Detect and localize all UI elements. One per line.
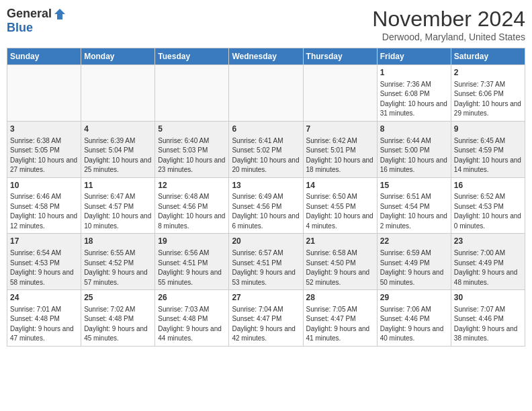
calendar-cell: 7Sunrise: 6:42 AMSunset: 5:01 PMDaylight…	[303, 121, 377, 177]
day-number: 5	[158, 124, 226, 135]
day-info: Sunrise: 6:57 AMSunset: 4:51 PMDaylight:…	[232, 248, 300, 287]
day-info: Sunrise: 6:44 AMSunset: 5:00 PMDaylight:…	[380, 136, 448, 175]
calendar-cell: 4Sunrise: 6:39 AMSunset: 5:04 PMDaylight…	[81, 121, 155, 177]
day-info: Sunrise: 7:07 AMSunset: 4:46 PMDaylight:…	[454, 305, 522, 344]
calendar-cell	[7, 65, 81, 122]
col-header-wednesday: Wednesday	[229, 48, 303, 65]
day-number: 16	[454, 180, 522, 191]
day-info: Sunrise: 6:59 AMSunset: 4:49 PMDaylight:…	[380, 248, 448, 287]
day-number: 2	[454, 67, 522, 79]
calendar-cell: 11Sunrise: 6:47 AMSunset: 4:57 PMDayligh…	[81, 177, 155, 234]
day-info: Sunrise: 7:37 AMSunset: 6:06 PMDaylight:…	[454, 80, 522, 119]
day-number: 1	[380, 67, 448, 79]
day-number: 17	[10, 236, 78, 247]
day-number: 22	[380, 236, 448, 247]
col-header-tuesday: Tuesday	[155, 48, 229, 65]
day-number: 6	[232, 124, 300, 135]
calendar-cell	[229, 65, 303, 122]
calendar-cell: 17Sunrise: 6:54 AMSunset: 4:53 PMDayligh…	[7, 234, 81, 290]
title-block: November 2024 Derwood, Maryland, United …	[372, 7, 525, 42]
calendar-cell	[155, 65, 229, 122]
day-info: Sunrise: 7:03 AMSunset: 4:48 PMDaylight:…	[158, 305, 226, 344]
calendar-week-row: 3Sunrise: 6:38 AMSunset: 5:05 PMDaylight…	[7, 121, 525, 177]
calendar-cell: 9Sunrise: 6:45 AMSunset: 4:59 PMDaylight…	[451, 121, 525, 177]
calendar-cell: 20Sunrise: 6:57 AMSunset: 4:51 PMDayligh…	[229, 234, 303, 290]
day-number: 18	[84, 236, 152, 247]
calendar-cell: 22Sunrise: 6:59 AMSunset: 4:49 PMDayligh…	[377, 234, 451, 290]
calendar-week-row: 1Sunrise: 7:36 AMSunset: 6:08 PMDaylight…	[7, 65, 525, 122]
day-info: Sunrise: 6:42 AMSunset: 5:01 PMDaylight:…	[306, 136, 374, 175]
day-info: Sunrise: 6:48 AMSunset: 4:56 PMDaylight:…	[158, 192, 226, 231]
calendar-header-row: SundayMondayTuesdayWednesdayThursdayFrid…	[7, 48, 525, 65]
calendar-cell: 15Sunrise: 6:51 AMSunset: 4:54 PMDayligh…	[377, 177, 451, 234]
calendar-cell: 28Sunrise: 7:05 AMSunset: 4:47 PMDayligh…	[303, 290, 377, 347]
calendar-cell: 2Sunrise: 7:37 AMSunset: 6:06 PMDaylight…	[451, 65, 525, 122]
day-number: 23	[454, 236, 522, 247]
day-info: Sunrise: 6:46 AMSunset: 4:58 PMDaylight:…	[10, 192, 78, 231]
day-number: 28	[306, 292, 374, 304]
day-number: 14	[306, 180, 374, 191]
day-number: 11	[84, 180, 152, 191]
calendar-cell: 1Sunrise: 7:36 AMSunset: 6:08 PMDaylight…	[377, 65, 451, 122]
page-header: General Blue November 2024 Derwood, Mary…	[7, 7, 525, 42]
calendar-week-row: 10Sunrise: 6:46 AMSunset: 4:58 PMDayligh…	[7, 177, 525, 234]
calendar-cell: 24Sunrise: 7:01 AMSunset: 4:48 PMDayligh…	[7, 290, 81, 347]
svg-marker-0	[54, 9, 65, 19]
day-info: Sunrise: 6:58 AMSunset: 4:50 PMDaylight:…	[306, 248, 374, 287]
day-info: Sunrise: 6:54 AMSunset: 4:53 PMDaylight:…	[10, 248, 78, 287]
day-number: 25	[84, 292, 152, 304]
day-info: Sunrise: 7:02 AMSunset: 4:48 PMDaylight:…	[84, 305, 152, 344]
day-info: Sunrise: 7:36 AMSunset: 6:08 PMDaylight:…	[380, 80, 448, 119]
calendar-cell: 12Sunrise: 6:48 AMSunset: 4:56 PMDayligh…	[155, 177, 229, 234]
calendar-table: SundayMondayTuesdayWednesdayThursdayFrid…	[7, 48, 525, 347]
calendar-cell: 6Sunrise: 6:41 AMSunset: 5:02 PMDaylight…	[229, 121, 303, 177]
calendar-cell: 23Sunrise: 7:00 AMSunset: 4:49 PMDayligh…	[451, 234, 525, 290]
calendar-cell: 26Sunrise: 7:03 AMSunset: 4:48 PMDayligh…	[155, 290, 229, 347]
day-info: Sunrise: 6:56 AMSunset: 4:51 PMDaylight:…	[158, 248, 226, 287]
day-number: 13	[232, 180, 300, 191]
col-header-monday: Monday	[81, 48, 155, 65]
calendar-cell	[303, 65, 377, 122]
calendar-cell: 5Sunrise: 6:40 AMSunset: 5:03 PMDaylight…	[155, 121, 229, 177]
calendar-cell: 27Sunrise: 7:04 AMSunset: 4:47 PMDayligh…	[229, 290, 303, 347]
day-info: Sunrise: 6:47 AMSunset: 4:57 PMDaylight:…	[84, 192, 152, 231]
calendar-cell: 29Sunrise: 7:06 AMSunset: 4:46 PMDayligh…	[377, 290, 451, 347]
col-header-sunday: Sunday	[7, 48, 81, 65]
day-info: Sunrise: 6:52 AMSunset: 4:53 PMDaylight:…	[454, 192, 522, 231]
day-info: Sunrise: 6:40 AMSunset: 5:03 PMDaylight:…	[158, 136, 226, 175]
calendar-cell: 16Sunrise: 6:52 AMSunset: 4:53 PMDayligh…	[451, 177, 525, 234]
logo-icon	[53, 7, 66, 21]
day-info: Sunrise: 6:39 AMSunset: 5:04 PMDaylight:…	[84, 136, 152, 175]
day-number: 12	[158, 180, 226, 191]
day-info: Sunrise: 6:41 AMSunset: 5:02 PMDaylight:…	[232, 136, 300, 175]
day-info: Sunrise: 6:38 AMSunset: 5:05 PMDaylight:…	[10, 136, 78, 175]
day-info: Sunrise: 7:04 AMSunset: 4:47 PMDaylight:…	[232, 305, 300, 344]
day-number: 19	[158, 236, 226, 247]
day-number: 20	[232, 236, 300, 247]
day-info: Sunrise: 6:51 AMSunset: 4:54 PMDaylight:…	[380, 192, 448, 231]
calendar-cell: 3Sunrise: 6:38 AMSunset: 5:05 PMDaylight…	[7, 121, 81, 177]
logo: General Blue	[7, 7, 66, 35]
day-number: 4	[84, 124, 152, 135]
logo-general-text: General	[7, 7, 52, 21]
col-header-friday: Friday	[377, 48, 451, 65]
day-number: 26	[158, 292, 226, 304]
calendar-cell: 19Sunrise: 6:56 AMSunset: 4:51 PMDayligh…	[155, 234, 229, 290]
day-info: Sunrise: 7:01 AMSunset: 4:48 PMDaylight:…	[10, 305, 78, 344]
col-header-saturday: Saturday	[451, 48, 525, 65]
day-number: 24	[10, 292, 78, 304]
month-title: November 2024	[372, 7, 525, 32]
calendar-cell: 10Sunrise: 6:46 AMSunset: 4:58 PMDayligh…	[7, 177, 81, 234]
day-info: Sunrise: 6:55 AMSunset: 4:52 PMDaylight:…	[84, 248, 152, 287]
day-number: 27	[232, 292, 300, 304]
day-number: 3	[10, 124, 78, 135]
day-number: 8	[380, 124, 448, 135]
logo-blue-text: Blue	[7, 21, 33, 35]
calendar-cell: 8Sunrise: 6:44 AMSunset: 5:00 PMDaylight…	[377, 121, 451, 177]
day-number: 29	[380, 292, 448, 304]
calendar-cell: 14Sunrise: 6:50 AMSunset: 4:55 PMDayligh…	[303, 177, 377, 234]
day-number: 9	[454, 124, 522, 135]
day-info: Sunrise: 6:50 AMSunset: 4:55 PMDaylight:…	[306, 192, 374, 231]
day-info: Sunrise: 6:45 AMSunset: 4:59 PMDaylight:…	[454, 136, 522, 175]
location-text: Derwood, Maryland, United States	[372, 32, 525, 42]
